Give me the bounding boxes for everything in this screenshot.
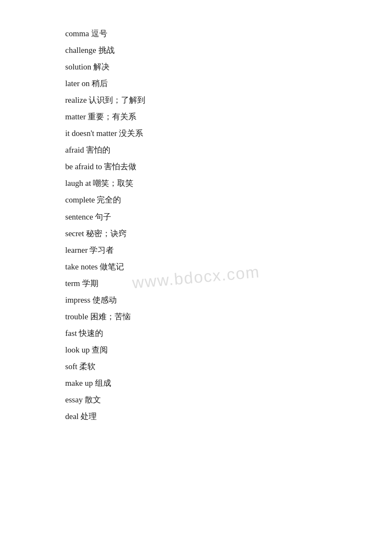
- list-item: it doesn't matter 没关系: [65, 125, 392, 141]
- list-item: deal 处理: [65, 408, 392, 424]
- word-list: comma 逗号challenge 挑战solution 解决later on …: [65, 26, 392, 424]
- list-item: complete 完全的: [65, 192, 392, 208]
- list-item: laugh at 嘲笑；取笑: [65, 175, 392, 191]
- list-item: impress 使感动: [65, 292, 392, 308]
- list-item: be afraid to 害怕去做: [65, 159, 392, 174]
- list-item: fast 快速的: [65, 325, 392, 341]
- list-item: term 学期: [65, 275, 392, 291]
- list-item: essay 散文: [65, 392, 392, 408]
- list-item: trouble 困难；苦恼: [65, 309, 392, 324]
- list-item: matter 重要；有关系: [65, 109, 392, 124]
- list-item: challenge 挑战: [65, 42, 392, 58]
- list-item: soft 柔软: [65, 358, 392, 374]
- list-item: solution 解决: [65, 59, 392, 75]
- list-item: look up 查阅: [65, 342, 392, 358]
- list-item: secret 秘密；诀窍: [65, 225, 392, 241]
- list-item: comma 逗号: [65, 26, 392, 41]
- list-item: afraid 害怕的: [65, 142, 392, 158]
- list-item: learner 学习者: [65, 242, 392, 258]
- page-container: www.bdocx.com comma 逗号challenge 挑战soluti…: [0, 0, 392, 555]
- list-item: realize 认识到；了解到: [65, 92, 392, 108]
- list-item: make up 组成: [65, 375, 392, 391]
- list-item: take notes 做笔记: [65, 259, 392, 275]
- list-item: later on 稍后: [65, 75, 392, 91]
- list-item: sentence 句子: [65, 209, 392, 225]
